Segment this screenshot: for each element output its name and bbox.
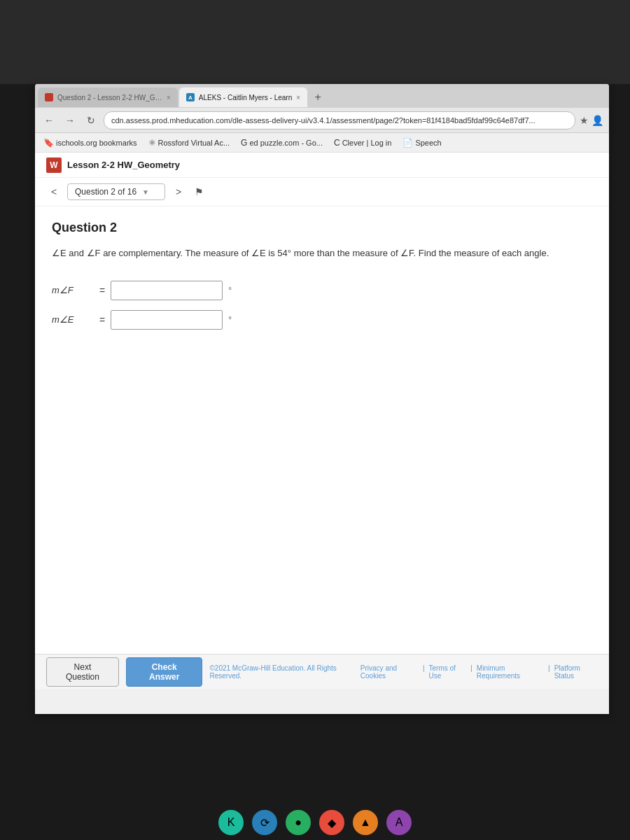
taskbar-icon-circle[interactable]: ●: [286, 810, 311, 835]
taskbar-icon-diamond-label: ◆: [328, 816, 336, 830]
tab-label-1: Question 2 - Lesson 2-2 HW_Geo: [57, 94, 162, 102]
bottom-bar: Next Question Check Answer ©2021 McGraw-…: [35, 654, 609, 689]
next-question-nav-button[interactable]: >: [171, 184, 186, 200]
bookmark-edpuzzle[interactable]: G ed puzzle.com - Go...: [238, 136, 326, 149]
bookmark-rossford[interactable]: ⚛ Rossford Virtual Ac...: [146, 136, 233, 149]
tab-close-2[interactable]: ×: [296, 94, 300, 102]
bookmark-star-icon[interactable]: ★: [580, 115, 589, 126]
new-tab-button[interactable]: +: [309, 88, 327, 106]
equals-e: =: [99, 314, 105, 326]
address-input[interactable]: [104, 111, 575, 130]
bookmark-icon-clever: C: [334, 138, 340, 148]
bookmark-icon-rossford: ⚛: [148, 138, 156, 148]
dropdown-icon: ▼: [142, 188, 149, 196]
tab-bar: Question 2 - Lesson 2-2 HW_Geo × A ALEKS…: [35, 84, 609, 108]
tab-icon-red: [45, 93, 53, 102]
bookmark-label-ischools: ischools.org bookmarks: [56, 139, 137, 147]
question-text-content: ∠E and ∠F are complementary. The measure…: [52, 248, 549, 258]
bookmark-label-rossford: Rossford Virtual Ac...: [158, 139, 230, 147]
footer-copyright: ©2021 McGraw-Hill Education. All Rights …: [209, 664, 356, 680]
taskbar-icon-triangle[interactable]: ▲: [353, 810, 378, 835]
answer-row-f: m∠F = °: [52, 281, 592, 300]
taskbar-icon-circle-label: ●: [295, 816, 302, 829]
bookmark-icon-speech: 📄: [402, 138, 413, 148]
taskbar-icon-k-label: K: [227, 816, 235, 829]
taskbar-icon-k[interactable]: K: [218, 810, 244, 835]
bookmark-clever[interactable]: C Clever | Log in: [331, 136, 394, 149]
app-logo: W: [46, 158, 62, 173]
bookmarks-bar: 🔖 ischools.org bookmarks ⚛ Rossford Virt…: [35, 133, 609, 153]
taskbar-icon-triangle-label: ▲: [360, 816, 371, 829]
question-bookmark-icon[interactable]: ⚑: [195, 186, 204, 197]
bookmark-ischools[interactable]: 🔖 ischools.org bookmarks: [41, 136, 140, 149]
tab-icon-blue: A: [186, 93, 195, 102]
question-text: ∠E and ∠F are complementary. The measure…: [52, 246, 592, 261]
degree-f: °: [228, 286, 232, 295]
browser-window: Question 2 - Lesson 2-2 HW_Geo × A ALEKS…: [35, 84, 609, 714]
bookmark-label-clever: Clever | Log in: [342, 139, 392, 147]
footer-separator-3: |: [548, 664, 550, 680]
page-content: W Lesson 2-2 HW_Geometry < Question 2 of…: [35, 153, 609, 689]
taskbar-icon-diamond[interactable]: ◆: [319, 810, 344, 835]
footer-link-terms[interactable]: Terms of Use: [429, 664, 467, 680]
tab-question2[interactable]: Question 2 - Lesson 2-2 HW_Geo ×: [38, 88, 178, 107]
check-answer-button[interactable]: Check Answer: [126, 657, 203, 687]
footer-separator-2: |: [470, 664, 472, 680]
taskbar-icon-a[interactable]: A: [386, 810, 412, 835]
answer-group: m∠F = ° m∠E = °: [52, 281, 592, 330]
taskbar: K ⟳ ● ◆ ▲ A: [0, 805, 630, 840]
angle-e-label: m∠E: [52, 314, 94, 325]
back-button[interactable]: ←: [41, 112, 57, 129]
bookmark-label-edpuzzle: ed puzzle.com - Go...: [249, 139, 323, 147]
taskbar-icon-a-label: A: [396, 816, 403, 829]
footer-links: ©2021 McGraw-Hill Education. All Rights …: [209, 664, 598, 680]
app-header: W Lesson 2-2 HW_Geometry: [35, 153, 609, 178]
tab-close-1[interactable]: ×: [167, 94, 171, 102]
tab-label-2: ALEKS - Caitlin Myers - Learn: [199, 94, 292, 102]
footer-separator-1: |: [423, 664, 425, 680]
next-question-button[interactable]: Next Question: [46, 657, 119, 687]
question-selector-label: Question 2 of 16: [75, 187, 136, 197]
answer-input-e[interactable]: [111, 310, 223, 330]
app-title: Lesson 2-2 HW_Geometry: [67, 160, 180, 170]
address-icons: ★ 👤: [580, 115, 603, 126]
answer-input-f[interactable]: [111, 281, 223, 300]
angle-f-label: m∠F: [52, 285, 94, 295]
footer-link-privacy[interactable]: Privacy and Cookies: [360, 664, 419, 680]
question-selector[interactable]: Question 2 of 16 ▼: [67, 183, 165, 200]
question-area: Question 2 ∠E and ∠F are complementary. …: [35, 206, 609, 365]
degree-e: °: [228, 315, 232, 325]
answer-row-e: m∠E = °: [52, 310, 592, 330]
profile-icon[interactable]: 👤: [592, 115, 603, 126]
address-bar: ← → ↻ ★ 👤: [35, 108, 609, 133]
forward-button[interactable]: →: [62, 112, 78, 129]
bookmark-icon-edpuzzle: G: [241, 138, 247, 148]
tab-aleks[interactable]: A ALEKS - Caitlin Myers - Learn ×: [179, 88, 307, 107]
taskbar-icon-refresh[interactable]: ⟳: [252, 810, 277, 835]
footer-link-status[interactable]: Platform Status: [554, 664, 598, 680]
prev-question-button[interactable]: <: [46, 184, 62, 200]
taskbar-icon-refresh-label: ⟳: [260, 816, 270, 830]
question-title: Question 2: [52, 220, 592, 235]
bookmark-icon-ischools: 🔖: [43, 138, 54, 148]
refresh-button[interactable]: ↻: [83, 112, 99, 129]
bookmark-label-speech: Speech: [415, 139, 441, 147]
footer-link-requirements[interactable]: Minimum Requirements: [477, 664, 544, 680]
system-bar: [0, 0, 630, 84]
question-nav: < Question 2 of 16 ▼ > ⚑: [35, 178, 609, 206]
equals-f: =: [99, 285, 105, 296]
bookmark-speech[interactable]: 📄 Speech: [400, 136, 444, 149]
